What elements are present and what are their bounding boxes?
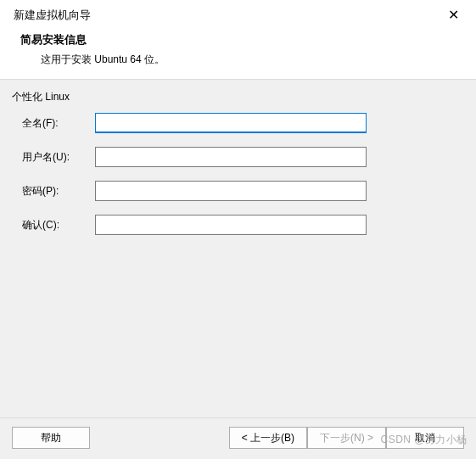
- dialog-header-content: 简易安装信息 这用于安装 Ubuntu 64 位。: [0, 25, 476, 80]
- confirm-row: 确认(C):: [12, 215, 462, 235]
- cancel-button[interactable]: 取消: [386, 427, 464, 449]
- dialog-title: 新建虚拟机向导: [14, 8, 91, 23]
- close-icon: ✕: [448, 8, 459, 22]
- header-heading: 简易安装信息: [20, 32, 462, 48]
- dialog-titlebar: 新建虚拟机向导 ✕: [0, 0, 476, 25]
- fullname-label: 全名(F):: [22, 116, 95, 131]
- help-button[interactable]: 帮助: [12, 427, 90, 449]
- section-label: 个性化 Linux: [12, 90, 462, 104]
- password-row: 密码(P):: [12, 181, 462, 201]
- fullname-input[interactable]: [95, 113, 367, 133]
- confirm-input[interactable]: [95, 215, 367, 235]
- username-label: 用户名(U):: [22, 150, 95, 165]
- password-label: 密码(P):: [22, 184, 95, 199]
- password-input[interactable]: [95, 181, 367, 201]
- username-input[interactable]: [95, 147, 367, 167]
- button-bar: 帮助 < 上一步(B) 下一步(N) > 取消: [0, 417, 476, 459]
- next-button: 下一步(N) >: [307, 427, 386, 449]
- back-button[interactable]: < 上一步(B): [229, 427, 307, 449]
- header-description: 这用于安装 Ubuntu 64 位。: [41, 53, 462, 67]
- username-row: 用户名(U):: [12, 147, 462, 167]
- confirm-label: 确认(C):: [22, 218, 95, 232]
- close-button[interactable]: ✕: [442, 5, 464, 24]
- dialog-body: 个性化 Linux 全名(F): 用户名(U): 密码(P): 确认(C):: [0, 80, 476, 259]
- fullname-row: 全名(F):: [12, 113, 462, 133]
